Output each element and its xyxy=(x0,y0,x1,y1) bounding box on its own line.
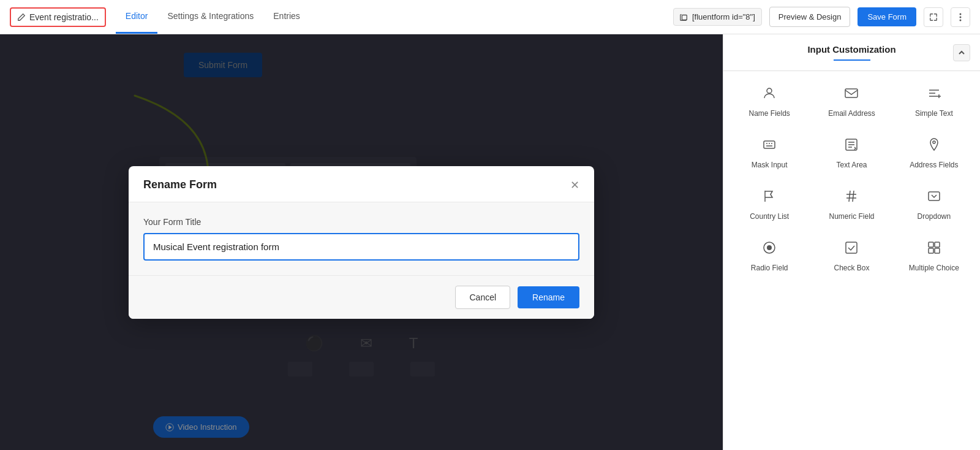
svg-rect-11 xyxy=(929,192,940,200)
svg-point-1 xyxy=(960,13,962,15)
svg-rect-14 xyxy=(846,242,857,253)
input-item-mask[interactable]: Mask Input xyxy=(728,128,810,179)
svg-point-6 xyxy=(767,88,772,93)
shortcode-text: [fluentform id="8"] xyxy=(692,12,755,21)
country-label: Country List xyxy=(750,212,789,221)
input-item-simple-text[interactable]: Simple Text xyxy=(893,76,975,128)
mask-input-label: Mask Input xyxy=(752,161,788,169)
dialog-header: Rename Form ✕ xyxy=(129,166,594,202)
top-navigation: Event registratio... Editor Settings & I… xyxy=(0,0,980,34)
rename-button[interactable]: Rename xyxy=(518,286,579,308)
modal-overlay: Rename Form ✕ Your Form Title Cancel Ren… xyxy=(0,34,723,450)
sidebar-up-button[interactable] xyxy=(953,44,970,61)
input-item-country[interactable]: Country List xyxy=(728,179,810,231)
tab-editor[interactable]: Editor xyxy=(116,0,158,34)
save-button[interactable]: Save Form xyxy=(858,7,916,26)
svg-point-10 xyxy=(933,141,935,143)
input-item-checkbox[interactable]: Check Box xyxy=(810,231,892,282)
tab-entries[interactable]: Entries xyxy=(263,0,310,34)
numeric-label: Numeric Field xyxy=(829,212,874,221)
pin-icon xyxy=(927,137,941,156)
svg-rect-18 xyxy=(935,248,940,253)
form-title-input[interactable] xyxy=(143,233,579,261)
chevron-up-icon xyxy=(958,49,965,56)
expand-button[interactable] xyxy=(924,7,943,27)
svg-point-3 xyxy=(960,19,962,21)
dialog-close-button[interactable]: ✕ xyxy=(570,178,579,192)
name-fields-label: Name Fields xyxy=(748,109,790,118)
copy-icon xyxy=(680,13,688,21)
form-title-button[interactable]: Event registratio... xyxy=(10,7,106,27)
address-label: Address Fields xyxy=(910,161,958,169)
sidebar-header: Input Customization xyxy=(723,34,980,71)
svg-rect-0 xyxy=(682,15,687,20)
svg-rect-17 xyxy=(929,248,933,253)
svg-rect-7 xyxy=(845,89,858,97)
textarea-icon xyxy=(844,137,859,156)
mask-icon xyxy=(762,137,777,156)
multichoice-icon xyxy=(927,240,941,259)
hash-icon xyxy=(844,189,859,207)
input-grid: Name Fields Email Address Simple T xyxy=(723,71,980,287)
svg-rect-15 xyxy=(929,242,933,247)
dialog-body: Your Form Title xyxy=(129,202,594,275)
input-item-email[interactable]: Email Address xyxy=(810,76,892,128)
editor-area: Submit Form xyxy=(0,34,723,450)
checkbox-icon xyxy=(844,240,859,259)
svg-point-13 xyxy=(767,245,772,250)
nav-right: [fluentform id="8"] Preview & Design Sav… xyxy=(673,7,970,27)
email-icon xyxy=(844,86,859,104)
form-title-label: Your Form Title xyxy=(143,217,579,227)
dialog-footer: Cancel Rename xyxy=(129,275,594,319)
text-icon xyxy=(927,86,941,104)
preview-button[interactable]: Preview & Design xyxy=(769,7,851,27)
input-item-dropdown[interactable]: Dropdown xyxy=(893,179,975,231)
main-container: Submit Form xyxy=(0,34,980,450)
radio-icon xyxy=(762,240,777,259)
shortcode-box[interactable]: [fluentform id="8"] xyxy=(673,8,762,26)
email-label: Email Address xyxy=(828,109,875,118)
input-item-multiple-choice[interactable]: Multiple Choice xyxy=(893,231,975,282)
svg-rect-16 xyxy=(935,242,940,247)
dropdown-label: Dropdown xyxy=(917,212,951,221)
nav-tabs: Editor Settings & Integrations Entries xyxy=(116,0,310,34)
right-sidebar: Input Customization Name Fields xyxy=(723,34,980,450)
dropdown-icon xyxy=(927,189,941,207)
multiple-choice-label: Multiple Choice xyxy=(909,264,959,272)
svg-rect-8 xyxy=(764,141,775,148)
more-options-button[interactable] xyxy=(951,7,970,27)
checkbox-label: Check Box xyxy=(834,264,869,272)
input-item-radio[interactable]: Radio Field xyxy=(728,231,810,282)
person-icon xyxy=(762,86,777,104)
input-item-textarea[interactable]: Text Area xyxy=(810,128,892,179)
radio-label: Radio Field xyxy=(751,264,788,272)
sidebar-title: Input Customization xyxy=(807,44,895,55)
input-item-numeric[interactable]: Numeric Field xyxy=(810,179,892,231)
rename-dialog: Rename Form ✕ Your Form Title Cancel Ren… xyxy=(129,166,594,319)
flag-icon xyxy=(762,189,777,207)
simple-text-label: Simple Text xyxy=(915,109,953,118)
tab-settings[interactable]: Settings & Integrations xyxy=(157,0,263,34)
dialog-title: Rename Form xyxy=(143,178,217,191)
svg-point-2 xyxy=(960,16,962,18)
form-title-text: Event registratio... xyxy=(29,12,99,22)
input-item-name-fields[interactable]: Name Fields xyxy=(728,76,810,128)
input-item-address[interactable]: Address Fields xyxy=(893,128,975,179)
textarea-label: Text Area xyxy=(836,161,867,169)
edit-icon xyxy=(17,13,26,21)
cancel-button[interactable]: Cancel xyxy=(455,286,510,309)
